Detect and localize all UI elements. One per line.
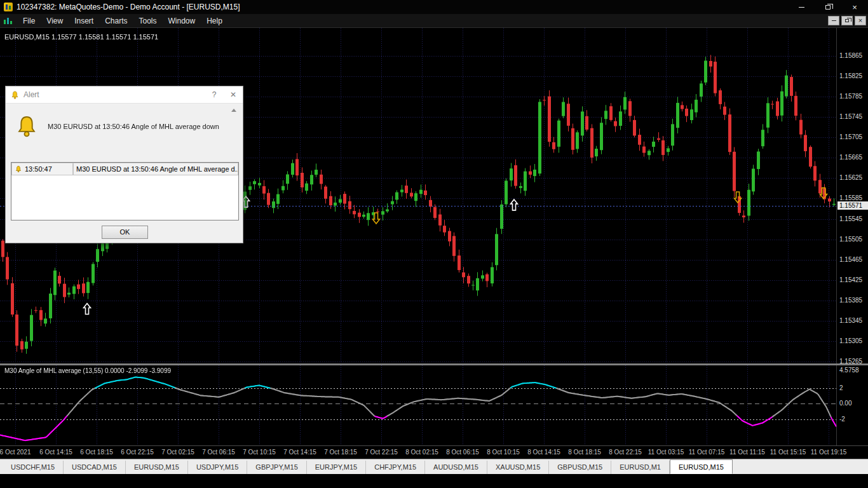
indicator-scale-label: 0.00: [839, 400, 851, 407]
tab-eurusd-m15[interactable]: EURUSD,M15: [126, 461, 188, 474]
price-scale-label: 1.15665: [839, 154, 862, 161]
alert-help-button[interactable]: ?: [205, 86, 224, 104]
time-axis-label: 6 Oct 22:15: [121, 449, 154, 456]
window-minimize-button[interactable]: [788, 0, 815, 14]
time-axis-label: 11 Oct 11:15: [729, 449, 765, 456]
price-scale-label: 1.15745: [839, 113, 862, 120]
symbol-ohlc-label: EURUSD,M15 1.15577 1.15581 1.15571 1.155…: [4, 33, 158, 41]
time-axis-label: 7 Oct 18:15: [324, 449, 357, 456]
alert-dialog: Alert ? ✕ M30 EURUSD at 13:50:46 Angle o…: [5, 86, 243, 243]
indicator-scale-label: 4.5758: [839, 367, 859, 374]
window-close-button[interactable]: ×: [841, 0, 868, 14]
app-icon: [4, 3, 13, 11]
time-axis-label: 7 Oct 22:15: [365, 449, 398, 456]
time-axis-label: 7 Oct 14:15: [283, 449, 316, 456]
alert-row-text: M30 EURUSD at 13:50:46 Angle of MHL aver…: [73, 163, 238, 175]
price-scale-label: 1.15625: [839, 174, 862, 181]
price-scale-label: 1.15425: [839, 276, 862, 283]
window-restore-button[interactable]: [815, 0, 841, 14]
price-scale-label: 1.15825: [839, 72, 862, 79]
child-minimize-button[interactable]: [828, 16, 839, 25]
time-axis-label: 6 Oct 14:15: [39, 449, 72, 456]
window-title: 102347382: MetaQuotes-Demo - Demo Accoun…: [17, 3, 788, 11]
menu-item-file[interactable]: File: [17, 15, 41, 27]
tab-chfjpy-m15[interactable]: CHFJPY,M15: [366, 461, 425, 474]
price-scale-label: 1.15385: [839, 297, 862, 304]
menu-item-tools[interactable]: Tools: [133, 15, 163, 27]
tab-gbpjpy-m15[interactable]: GBPJPY,M15: [247, 461, 306, 474]
price-scale-label: 1.15705: [839, 133, 862, 140]
tab-usdchf-m15[interactable]: USDCHF,M15: [3, 461, 64, 474]
tab-usdcad-m15[interactable]: USDCAD,M15: [64, 461, 126, 474]
chart-icon: [3, 17, 13, 25]
menu-item-charts[interactable]: Charts: [99, 15, 133, 27]
alert-dialog-titlebar[interactable]: Alert ? ✕: [6, 86, 243, 104]
time-axis[interactable]: 6 Oct 20216 Oct 14:156 Oct 18:156 Oct 22…: [0, 445, 868, 459]
price-scale-label: 1.15865: [839, 52, 862, 59]
price-scale-label: 1.15305: [839, 337, 862, 344]
window-titlebar: 102347382: MetaQuotes-Demo - Demo Accoun…: [0, 0, 868, 14]
time-axis-label: 11 Oct 03:15: [648, 449, 684, 456]
price-scale-label: 1.15785: [839, 93, 862, 100]
time-axis-label: 8 Oct 06:15: [446, 449, 479, 456]
alert-message: M30 EURUSD at 13:50:46 Angle of MHL aver…: [48, 123, 219, 130]
alert-list[interactable]: 13:50:47 M30 EURUSD at 13:50:46 Angle of…: [11, 162, 239, 220]
alert-list-row[interactable]: 13:50:47 M30 EURUSD at 13:50:46 Angle of…: [11, 163, 238, 175]
time-axis-label: 11 Oct 07:15: [689, 449, 725, 456]
time-axis-label: 8 Oct 18:15: [568, 449, 601, 456]
tab-xauusd-m15[interactable]: XAUUSD,M15: [487, 461, 549, 474]
indicator-scale-label: 2: [839, 384, 843, 391]
bell-icon: [10, 90, 20, 100]
menu-item-insert[interactable]: Insert: [69, 15, 99, 27]
time-axis-label: 11 Oct 15:15: [770, 449, 806, 456]
time-axis-label: 7 Oct 02:15: [161, 449, 194, 456]
time-axis-label: 6 Oct 18:15: [80, 449, 113, 456]
time-axis-label: 8 Oct 02:15: [405, 449, 438, 456]
bid-price-box: 1.15571: [837, 201, 868, 210]
tab-eurusd-m15[interactable]: EURUSD,M15: [670, 459, 733, 474]
menu-bar: FileViewInsertChartsToolsWindowHelp ×: [0, 14, 868, 28]
tab-eurusd-m1[interactable]: EURUSD,M1: [611, 461, 670, 474]
price-scale-label: 1.15465: [839, 256, 862, 263]
alert-close-button[interactable]: ✕: [224, 86, 243, 104]
time-axis-label: 11 Oct 19:15: [811, 449, 847, 456]
time-axis-label: 8 Oct 14:15: [527, 449, 560, 456]
tab-gbpusd-m15[interactable]: GBPUSD,M15: [549, 461, 611, 474]
time-axis-label: 6 Oct 2021: [0, 449, 31, 456]
price-scale[interactable]: 1.158651.158251.157851.157451.157051.156…: [836, 28, 868, 363]
tab-eurjpy-m15[interactable]: EURJPY,M15: [307, 461, 366, 474]
ok-button[interactable]: OK: [102, 226, 148, 239]
tab-usdjpy-m15[interactable]: USDJPY,M15: [188, 461, 247, 474]
tab-audusd-m15[interactable]: AUDUSD,M15: [425, 461, 487, 474]
alert-bell-icon: [15, 114, 39, 139]
indicator-scale-label: -2: [839, 416, 845, 423]
price-scale-label: 1.15545: [839, 215, 862, 222]
menu-item-view[interactable]: View: [41, 15, 69, 27]
indicator-label: M30 Angle of MHL average (13,55) 0.0000 …: [4, 367, 171, 374]
pane-splitter[interactable]: [0, 363, 868, 365]
child-close-button[interactable]: ×: [855, 16, 866, 25]
price-scale-label: 1.15505: [839, 236, 862, 243]
menu-item-help[interactable]: Help: [201, 15, 228, 27]
alert-row-time: 13:50:47: [25, 165, 52, 173]
time-axis-label: 8 Oct 10:15: [487, 449, 520, 456]
alert-dialog-title: Alert: [24, 90, 205, 99]
menu-item-window[interactable]: Window: [163, 15, 201, 27]
bell-icon: [15, 165, 22, 173]
time-axis-label: 7 Oct 10:15: [243, 449, 276, 456]
chart-window: EURUSD,M15 1.15577 1.15581 1.15571 1.155…: [0, 28, 868, 473]
time-axis-label: 8 Oct 22:15: [609, 449, 642, 456]
scroll-up-icon[interactable]: [231, 109, 236, 112]
time-axis-label: 7 Oct 06:15: [202, 449, 235, 456]
child-restore-button[interactable]: [841, 16, 853, 25]
symbol-tabs-bar: USDCHF,M15USDCAD,M15EURUSD,M15USDJPY,M15…: [0, 459, 868, 474]
price-scale-label: 1.15345: [839, 317, 862, 324]
